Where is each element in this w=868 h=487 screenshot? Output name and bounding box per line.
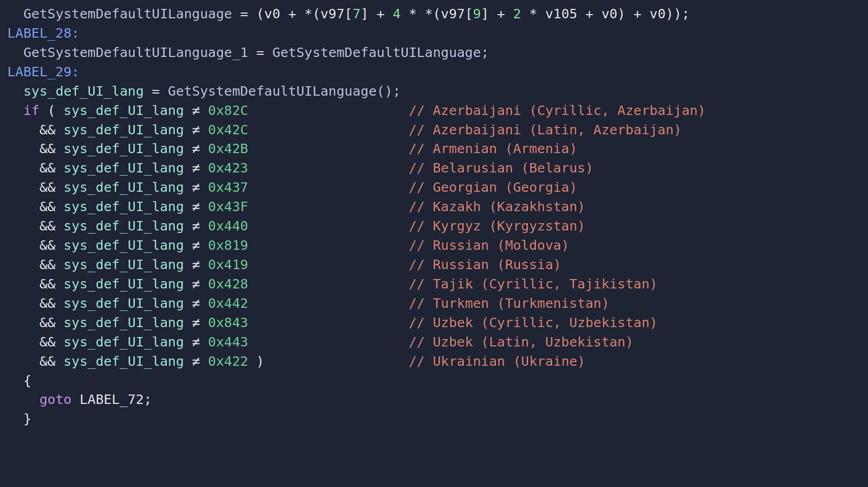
decompiled-code-block: GetSystemDefaultUILanguage = (v0 + *(v97…: [0, 0, 868, 428]
